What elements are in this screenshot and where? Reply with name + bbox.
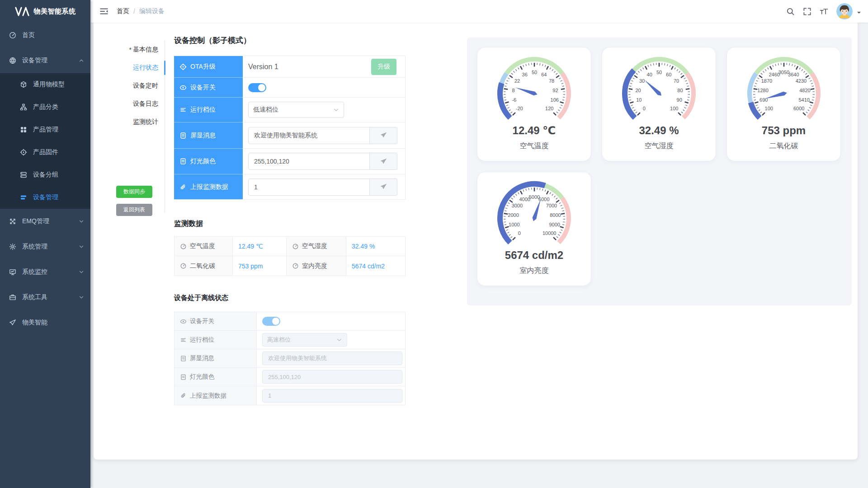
side-tab[interactable]: 设备日志	[113, 95, 165, 113]
svg-text:5410: 5410	[798, 97, 809, 103]
screen-message-input[interactable]	[248, 127, 370, 144]
run-gear-select[interactable]: 低速档位	[248, 102, 344, 118]
side-tab[interactable]: 设备定时	[113, 77, 165, 95]
send-button[interactable]	[370, 178, 397, 196]
disabled-input	[262, 352, 402, 365]
sidebar-item-label: EMQ管理	[22, 217, 79, 225]
side-tab-label: 基本信息	[133, 46, 158, 54]
gauge-label: 二氧化碳	[769, 141, 798, 151]
firmware-version: Version 1	[248, 63, 278, 71]
app-logo[interactable]: 物美智能系统	[0, 0, 90, 23]
sidebar-item-label: 设备管理	[22, 56, 79, 65]
gauge-label: 空气湿度	[645, 141, 674, 151]
svg-text:100: 100	[670, 106, 678, 111]
sidebar-item[interactable]: 首页	[0, 23, 90, 48]
control-row: OTA升级Version 1升级	[174, 56, 405, 78]
svg-text:78: 78	[548, 78, 554, 84]
gauge-chart: 0100020003000400050006000700080009000100…	[485, 178, 584, 249]
offline-section-title: 设备处于离线状态	[174, 294, 228, 302]
gauge-label: 室内亮度	[520, 266, 549, 276]
monitor-value: 753 ppm	[233, 256, 287, 276]
side-tab-label: 设备日志	[133, 100, 158, 108]
offline-row-label: 灯光颜色	[175, 368, 257, 386]
gauge-value: 32.49 %	[639, 124, 679, 137]
sidebar-item[interactable]: 通用物模型	[0, 73, 90, 96]
light-color-input[interactable]	[248, 153, 370, 170]
send-button[interactable]	[370, 153, 397, 170]
svg-text:106: 106	[550, 97, 558, 103]
svg-text:1280: 1280	[757, 88, 768, 93]
disabled-input	[262, 389, 402, 403]
search-icon[interactable]	[786, 7, 795, 16]
chevron-down-icon	[79, 244, 84, 249]
svg-text:22: 22	[514, 78, 519, 84]
offline-row: 屏显消息	[175, 349, 405, 368]
sidebar-item-label: 设备分组	[33, 171, 84, 179]
svg-text:1870: 1870	[761, 78, 772, 84]
sidebar-item-label: 物美智能	[22, 319, 84, 327]
sidebar-item[interactable]: 产品管理	[0, 118, 90, 141]
sidebar-item-label: 系统管理	[22, 243, 79, 251]
sidebar-item[interactable]: 系统管理	[0, 234, 90, 259]
svg-text:10: 10	[636, 97, 642, 103]
data-sync-button[interactable]: 数据同步	[116, 186, 152, 198]
svg-text:4820: 4820	[799, 88, 810, 93]
topbar: 首页 / 编辑设备	[90, 0, 868, 23]
sidebar-item[interactable]: 设备管理	[0, 186, 90, 209]
sidebar-item[interactable]: EMQ管理	[0, 209, 90, 234]
sidebar-item-label: 产品固件	[33, 148, 84, 156]
sidebar-item[interactable]: 物美智能	[0, 310, 90, 335]
sidebar-item[interactable]: 系统工具	[0, 285, 90, 310]
upgrade-button[interactable]: 升级	[371, 59, 396, 75]
sidebar-item[interactable]: 产品分类	[0, 96, 90, 118]
fullscreen-icon[interactable]	[803, 7, 811, 16]
sidebar-item[interactable]: 产品固件	[0, 141, 90, 164]
gauge-card: 1006901280187024603050364042304820541060…	[726, 47, 841, 161]
device-switch-toggle[interactable]	[248, 83, 266, 92]
dashboard-icon	[9, 32, 16, 39]
offline-row-label: 屏显消息	[175, 349, 257, 367]
bars-icon	[20, 194, 27, 201]
caret-down-icon[interactable]	[857, 12, 861, 15]
breadcrumb-separator: /	[133, 8, 135, 15]
control-row-label: 灯光颜色	[174, 149, 243, 174]
report-data-input[interactable]	[248, 178, 370, 196]
doc-icon	[179, 132, 187, 139]
offline-row: 设备开关	[175, 312, 405, 331]
firmware-icon	[20, 149, 27, 156]
gauge-panel: -20-6822365064789210612012.49 ℃空气温度01020…	[467, 38, 852, 305]
back-to-list-button[interactable]: 返回列表	[116, 204, 152, 216]
font-size-icon[interactable]	[820, 7, 828, 16]
collapse-menu-icon[interactable]	[99, 7, 108, 15]
sidebar-item[interactable]: 系统监控	[0, 259, 90, 285]
gauge-value: 12.49 ℃	[513, 124, 556, 137]
svg-text:0: 0	[518, 230, 520, 236]
monitor-data-table: 空气温度12.49 ℃空气湿度32.49 %二氧化碳753 ppm室内亮度567…	[174, 236, 406, 276]
ota-icon	[179, 63, 187, 70]
main-content: *基本信息运行状态设备定时设备日志监测统计 数据同步 返回列表 设备控制（影子模…	[94, 23, 858, 460]
send-button[interactable]	[370, 127, 397, 144]
group-icon	[20, 171, 27, 178]
svg-text:92: 92	[552, 88, 558, 93]
side-tab[interactable]: *基本信息	[113, 41, 165, 59]
avatar[interactable]	[836, 3, 853, 19]
gear-icon	[9, 243, 16, 250]
gauge-card: -20-6822365064789210612012.49 ℃空气温度	[477, 47, 591, 161]
side-tab[interactable]: 运行状态	[113, 59, 165, 77]
sidebar-item[interactable]: 设备管理	[0, 48, 90, 73]
monitor-label: 室内亮度	[287, 256, 346, 276]
gauge-value: 753 ppm	[762, 124, 806, 137]
sidebar-item[interactable]: 设备分组	[0, 164, 90, 186]
side-tab[interactable]: 监测统计	[113, 113, 165, 131]
control-row-label: OTA升级	[174, 56, 243, 78]
svg-text:0: 0	[642, 106, 645, 111]
gauge-chart: -20-68223650647892106120	[485, 53, 584, 124]
svg-text:50: 50	[656, 70, 661, 75]
monitor-value: 5674 cd/m2	[346, 256, 405, 276]
gauge-icon	[180, 243, 187, 250]
breadcrumb-home[interactable]: 首页	[117, 7, 129, 15]
gauge-chart: 0102030405060708090100	[609, 53, 709, 124]
list-icon	[180, 337, 187, 343]
doc-icon	[180, 374, 187, 380]
svg-text:9000: 9000	[549, 222, 560, 227]
